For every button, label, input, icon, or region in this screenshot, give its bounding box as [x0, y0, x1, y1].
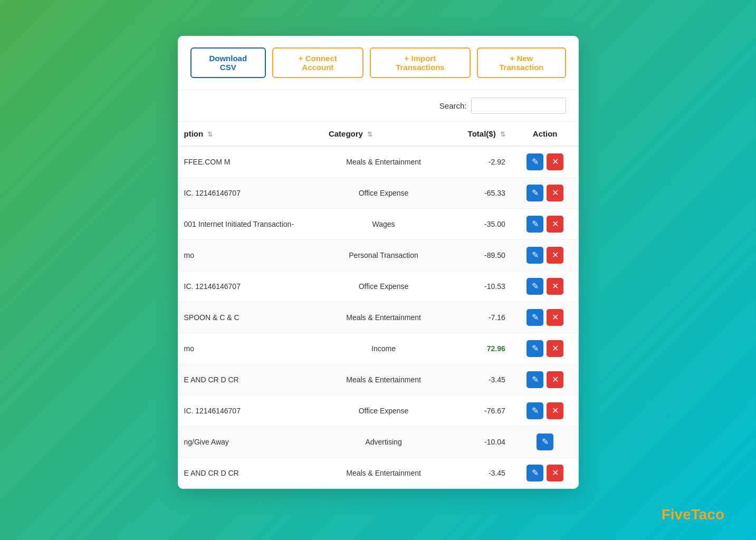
- brand-logo: FiveTaco: [662, 506, 724, 523]
- table-row: SPOON & C & CMeals & Entertainment-7.16✎…: [178, 302, 579, 333]
- cell-description: mo: [178, 239, 322, 271]
- cell-description: E AND CR D CR: [178, 364, 322, 395]
- cell-description: SPOON & C & C: [178, 302, 322, 333]
- edit-button[interactable]: ✎: [527, 278, 543, 295]
- table-header: ption ⇅ Category ⇅ Total($) ⇅ Action: [178, 122, 579, 146]
- edit-button[interactable]: ✎: [537, 433, 553, 450]
- cell-action: ✎: [512, 426, 579, 457]
- cell-category: Meals & Entertainment: [322, 364, 445, 395]
- cell-action: ✎✕: [512, 302, 579, 333]
- sort-description-icon[interactable]: ⇅: [207, 131, 213, 138]
- header-description: ption ⇅: [178, 122, 322, 146]
- cell-category: Income: [322, 333, 445, 364]
- edit-button[interactable]: ✎: [527, 216, 543, 233]
- cell-description: mo: [178, 333, 322, 364]
- delete-button[interactable]: ✕: [547, 153, 563, 170]
- table-row: FFEE.COM MMeals & Entertainment-2.92✎✕: [178, 146, 579, 178]
- import-transactions-button[interactable]: + Import Transactions: [370, 47, 471, 78]
- table-row: E AND CR D CRMeals & Entertainment-3.45✎…: [178, 364, 579, 395]
- edit-button[interactable]: ✎: [527, 465, 543, 481]
- search-bar: Search:: [178, 90, 579, 122]
- cell-description: FFEE.COM M: [178, 146, 322, 178]
- cell-total: -3.45: [445, 457, 512, 488]
- cell-category: Meals & Entertainment: [322, 457, 445, 488]
- cell-action: ✎✕: [512, 239, 579, 271]
- edit-button[interactable]: ✎: [527, 371, 543, 388]
- cell-action: ✎✕: [512, 395, 579, 426]
- cell-description: ng/Give Away: [178, 426, 322, 457]
- cell-description: E AND CR D CR: [178, 457, 322, 488]
- cell-description: 001 Internet Initiated Transaction-: [178, 208, 322, 239]
- connect-account-button[interactable]: + Connect Account: [272, 47, 363, 78]
- search-input[interactable]: [471, 98, 566, 114]
- cell-action: ✎✕: [512, 364, 579, 395]
- cell-action: ✎✕: [512, 146, 579, 178]
- delete-button[interactable]: ✕: [547, 340, 563, 357]
- brand-part1: Five: [662, 506, 691, 523]
- cell-total: -10.53: [445, 271, 512, 302]
- edit-button[interactable]: ✎: [527, 153, 543, 170]
- edit-button[interactable]: ✎: [527, 309, 543, 326]
- cell-action: ✎✕: [512, 333, 579, 364]
- delete-button[interactable]: ✕: [547, 216, 563, 233]
- edit-button[interactable]: ✎: [527, 247, 543, 264]
- cell-category: Advertising: [322, 426, 445, 457]
- table-row: moIncome72.96✎✕: [178, 333, 579, 364]
- table-row: ng/Give AwayAdvertising-10.04✎: [178, 426, 579, 457]
- edit-button[interactable]: ✎: [527, 340, 543, 357]
- header-action: Action: [512, 122, 579, 146]
- header-total: Total($) ⇅: [445, 122, 512, 146]
- cell-description: IC. 12146146707: [178, 177, 322, 208]
- edit-button[interactable]: ✎: [527, 185, 543, 201]
- delete-button[interactable]: ✕: [547, 247, 563, 264]
- table-row: 001 Internet Initiated Transaction-Wages…: [178, 208, 579, 239]
- edit-button[interactable]: ✎: [527, 402, 543, 419]
- table-row: moPersonal Transaction-89.50✎✕: [178, 239, 579, 271]
- delete-button[interactable]: ✕: [547, 371, 563, 388]
- cell-category: Meals & Entertainment: [322, 302, 445, 333]
- delete-button[interactable]: ✕: [547, 402, 563, 419]
- sort-category-icon[interactable]: ⇅: [367, 131, 372, 138]
- delete-button[interactable]: ✕: [547, 465, 563, 481]
- table-row: IC. 12146146707Office Expense-65.33✎✕: [178, 177, 579, 208]
- main-panel: Download CSV + Connect Account + Import …: [178, 36, 579, 489]
- search-label: Search:: [439, 101, 467, 110]
- table-row: E AND CR D CRMeals & Entertainment-3.45✎…: [178, 457, 579, 488]
- cell-total: 72.96: [445, 333, 512, 364]
- table-row: IC. 12146146707Office Expense-76.67✎✕: [178, 395, 579, 426]
- cell-category: Office Expense: [322, 395, 445, 426]
- cell-action: ✎✕: [512, 271, 579, 302]
- cell-action: ✎✕: [512, 177, 579, 208]
- delete-button[interactable]: ✕: [547, 278, 563, 295]
- cell-total: -3.45: [445, 364, 512, 395]
- brand-part2: Taco: [691, 506, 724, 523]
- cell-category: Wages: [322, 208, 445, 239]
- cell-action: ✎✕: [512, 457, 579, 488]
- transactions-table: ption ⇅ Category ⇅ Total($) ⇅ Action FFE…: [178, 122, 579, 489]
- cell-total: -7.16: [445, 302, 512, 333]
- cell-total: -65.33: [445, 177, 512, 208]
- cell-category: Meals & Entertainment: [322, 146, 445, 178]
- delete-button[interactable]: ✕: [547, 185, 563, 201]
- download-csv-button[interactable]: Download CSV: [190, 47, 266, 78]
- cell-category: Office Expense: [322, 271, 445, 302]
- cell-action: ✎✕: [512, 208, 579, 239]
- sort-total-icon[interactable]: ⇅: [500, 131, 505, 138]
- delete-button[interactable]: ✕: [547, 309, 563, 326]
- table-row: IC. 12146146707Office Expense-10.53✎✕: [178, 271, 579, 302]
- new-transaction-button[interactable]: + New Transaction: [477, 47, 566, 78]
- cell-total: -2.92: [445, 146, 512, 178]
- cell-total: -76.67: [445, 395, 512, 426]
- cell-description: IC. 12146146707: [178, 271, 322, 302]
- cell-category: Office Expense: [322, 177, 445, 208]
- toolbar: Download CSV + Connect Account + Import …: [178, 36, 579, 90]
- header-category: Category ⇅: [322, 122, 445, 146]
- cell-total: -89.50: [445, 239, 512, 271]
- cell-category: Personal Transaction: [322, 239, 445, 271]
- cell-total: -35.00: [445, 208, 512, 239]
- cell-total: -10.04: [445, 426, 512, 457]
- table-body: FFEE.COM MMeals & Entertainment-2.92✎✕IC…: [178, 146, 579, 489]
- cell-description: IC. 12146146707: [178, 395, 322, 426]
